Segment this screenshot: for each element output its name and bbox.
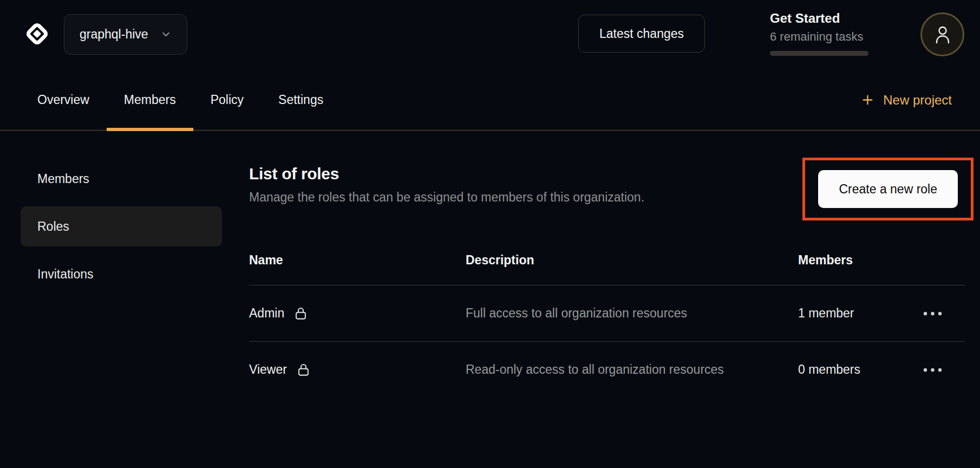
lock-icon	[296, 362, 311, 377]
latest-changes-button[interactable]: Latest changes	[578, 15, 705, 53]
get-started-subtitle: 6 remaining tasks	[770, 30, 870, 44]
new-project-button[interactable]: New project	[861, 70, 952, 129]
sidebar-item-roles[interactable]: Roles	[21, 206, 222, 246]
tab-overview[interactable]: Overview	[20, 70, 107, 129]
roles-table: Name Description Members Admin Full	[249, 253, 965, 398]
chevron-down-icon	[160, 29, 172, 40]
row-menu-button[interactable]	[920, 364, 945, 376]
role-name-cell: Admin	[249, 306, 466, 321]
role-description-text: Read-only access to all organization res…	[466, 361, 747, 378]
hive-diamond-icon	[24, 21, 50, 47]
table-row-admin: Admin Full access to all organization re…	[249, 285, 965, 342]
get-started-widget[interactable]: Get Started 6 remaining tasks	[770, 11, 870, 56]
sidebar-item-members[interactable]: Members	[21, 159, 222, 199]
latest-changes-label: Latest changes	[599, 27, 684, 41]
roles-heading-block: List of roles Manage the roles that can …	[249, 165, 644, 205]
plus-icon	[861, 93, 874, 107]
role-members-count: 1 member	[798, 306, 854, 320]
content-area: Members Roles Invitations List of roles …	[0, 131, 980, 398]
new-project-label: New project	[883, 93, 952, 108]
hive-logo[interactable]	[18, 15, 55, 52]
user-avatar-button[interactable]	[920, 12, 964, 56]
column-header-description: Description	[466, 253, 798, 268]
org-tab-bar: Overview Members Policy Settings New pro…	[0, 70, 980, 131]
column-header-members: Members	[798, 253, 920, 268]
sidebar-item-invitations[interactable]: Invitations	[21, 254, 222, 294]
ellipsis-icon	[923, 311, 943, 316]
members-sidebar: Members Roles Invitations	[21, 131, 222, 302]
role-menu-cell	[920, 308, 965, 320]
get-started-progress-bar	[770, 51, 868, 56]
roles-panel: List of roles Manage the roles that can …	[249, 131, 965, 398]
create-role-button[interactable]: Create a new role	[818, 170, 958, 208]
column-header-name: Name	[249, 253, 466, 268]
role-members-count: 0 members	[798, 362, 860, 376]
role-description-cell: Full access to all organization resource…	[466, 305, 798, 322]
annotation-highlight: Create a new role	[802, 158, 974, 220]
lock-icon	[293, 306, 308, 321]
page-subtitle: Manage the roles that can be assigned to…	[249, 190, 644, 205]
role-name-label: Viewer	[249, 362, 287, 377]
role-members-cell: 1 member	[798, 306, 920, 321]
roles-header: List of roles Manage the roles that can …	[249, 165, 965, 220]
role-menu-cell	[920, 364, 965, 376]
top-bar: graphql-hive Latest changes Get Started …	[0, 0, 980, 70]
tab-members[interactable]: Members	[107, 70, 193, 129]
roles-table-header: Name Description Members	[249, 253, 965, 285]
role-description-cell: Read-only access to all organization res…	[466, 361, 798, 378]
org-name-label: graphql-hive	[80, 27, 148, 42]
tab-policy[interactable]: Policy	[193, 70, 261, 129]
org-switcher-button[interactable]: graphql-hive	[64, 14, 187, 55]
role-description-text: Full access to all organization resource…	[466, 305, 747, 322]
ellipsis-icon	[923, 367, 943, 373]
page-title: List of roles	[249, 165, 644, 183]
role-name-label: Admin	[249, 306, 284, 321]
role-members-cell: 0 members	[798, 362, 920, 377]
user-icon	[933, 24, 952, 45]
table-row-viewer: Viewer Read-only access to all organizat…	[249, 342, 965, 398]
role-name-cell: Viewer	[249, 362, 466, 377]
row-menu-button[interactable]	[920, 308, 945, 320]
get-started-title: Get Started	[770, 11, 870, 26]
tab-settings[interactable]: Settings	[261, 70, 341, 129]
column-header-menu	[920, 253, 965, 268]
